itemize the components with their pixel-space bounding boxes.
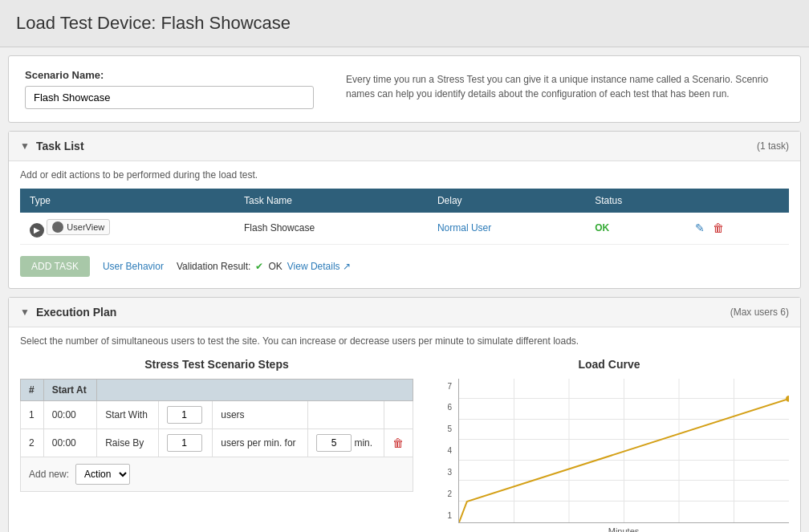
y-label: 4: [429, 446, 452, 455]
row-actions: ✎ 🗑: [685, 213, 789, 244]
delay-link[interactable]: Normal User: [437, 222, 491, 234]
expand-button[interactable]: ▶: [30, 223, 44, 238]
step-start-at: 00:00: [43, 400, 96, 428]
exec-title: Execution Plan: [36, 306, 116, 319]
step-delete-cell: 🗑: [384, 428, 413, 457]
add-new-row: Add new: Action: [20, 457, 413, 492]
exec-description: Select the number of simultaneous users …: [20, 335, 789, 347]
edit-icon[interactable]: ✎: [695, 221, 705, 234]
col-type: Type: [20, 189, 234, 213]
scenario-name-input[interactable]: [25, 86, 314, 109]
col-actions: [685, 189, 789, 213]
exec-header: ▼ Execution Plan (Max users 6): [9, 298, 800, 327]
task-table-header-row: Type Task Name Delay Status: [20, 189, 789, 213]
row-status: OK: [585, 213, 685, 244]
y-labels: 1 2 3 4 5 6 7: [429, 379, 452, 523]
x-axis-label: Minutes: [458, 526, 789, 533]
step-action: Start With: [97, 400, 159, 428]
task-list-title: Task List: [36, 140, 84, 152]
scenario-help: Every time you run a Stress Test you can…: [346, 72, 784, 101]
user-view-icon: [52, 221, 63, 233]
validation-label: Validation Result:: [177, 261, 251, 272]
task-list-meta: (1 task): [757, 140, 789, 152]
page-header: Load Test Device: Flash Showcase: [0, 0, 809, 47]
exec-chevron-icon[interactable]: ▼: [20, 307, 30, 318]
user-view-badge: UserView: [47, 219, 110, 235]
exec-meta: (Max users 6): [730, 307, 789, 318]
col-delay: Delay: [428, 189, 585, 213]
step-value-cell: [158, 428, 213, 457]
scenario-body: Scenario Name: Every time you run a Stre…: [9, 56, 800, 122]
steps-title: Stress Test Scenario Steps: [20, 358, 413, 371]
validation-status: OK: [268, 261, 282, 272]
task-list-section: ▼ Task List (1 task) Add or edit actions…: [8, 131, 801, 289]
view-details-link[interactable]: View Details ↗: [287, 261, 351, 272]
y-label: 6: [429, 403, 452, 412]
delete-icon[interactable]: 🗑: [713, 221, 724, 234]
y-label: 7: [429, 382, 452, 391]
task-description: Add or edit actions to be performed duri…: [20, 169, 789, 181]
step-value-input[interactable]: [167, 406, 202, 424]
steps-panel: Stress Test Scenario Steps # Start At 1 …: [20, 358, 413, 492]
task-list-header-left: ▼ Task List: [20, 140, 84, 152]
table-row: 1 00:00 Start With users: [21, 400, 413, 428]
task-list-header: ▼ Task List (1 task): [9, 132, 800, 161]
y-label: 2: [429, 489, 452, 498]
step-unit: users: [213, 400, 308, 428]
steps-table: # Start At 1 00:00 Start With: [20, 379, 413, 457]
svg-point-5: [786, 395, 789, 401]
col-step-detail: [97, 379, 413, 400]
step-unit: users per min. for: [213, 428, 308, 457]
chart-area: [458, 379, 789, 523]
step-value2-cell: min.: [308, 428, 384, 457]
exec-body: Select the number of simultaneous users …: [9, 327, 800, 533]
table-row: 2 00:00 Raise By users per min. for min.: [21, 428, 413, 457]
step-start-at: 00:00: [43, 428, 96, 457]
chart-svg: [459, 379, 789, 522]
scenario-left: Scenario Name:: [25, 69, 314, 109]
exec-header-left: ▼ Execution Plan: [20, 306, 116, 319]
step-delete-cell: [384, 400, 413, 428]
add-task-button[interactable]: ADD TASK: [20, 256, 90, 277]
page-title: Load Test Device: Flash Showcase: [16, 13, 793, 34]
validation-result: Validation Result: ✔ OK View Details ↗: [177, 261, 351, 272]
table-row: ▶ UserView Flash Showcase Normal User OK: [20, 213, 789, 244]
step-action: Raise By: [97, 428, 159, 457]
add-new-select[interactable]: Action: [75, 464, 130, 485]
scenario-section: Scenario Name: Every time you run a Stre…: [8, 55, 801, 123]
chart-title: Load Curve: [429, 358, 789, 371]
user-view-label: UserView: [67, 222, 104, 232]
step-num: 2: [21, 428, 44, 457]
task-list-chevron-icon[interactable]: ▼: [20, 140, 30, 152]
chart-panel: Load Curve 1 2 3 4 5 6 7: [429, 358, 789, 533]
step-spacer: [308, 400, 384, 428]
execution-plan-section: ▼ Execution Plan (Max users 6) Select th…: [8, 297, 801, 533]
col-task-name: Task Name: [234, 189, 428, 213]
col-start-at: Start At: [43, 379, 96, 400]
scenario-label: Scenario Name:: [25, 69, 314, 81]
row-delay: Normal User: [428, 213, 585, 244]
step-value-cell: [158, 400, 213, 428]
y-label: 5: [429, 424, 452, 433]
task-list-body: Add or edit actions to be performed duri…: [9, 161, 800, 288]
exec-content: Stress Test Scenario Steps # Start At 1 …: [20, 358, 789, 533]
step-delete-icon[interactable]: 🗑: [392, 437, 404, 449]
step-num: 1: [21, 400, 44, 428]
y-label: 3: [429, 468, 452, 477]
status-badge: OK: [595, 222, 609, 234]
y-label: 1: [429, 511, 452, 520]
row-type: ▶ UserView: [20, 213, 234, 244]
check-icon: ✔: [255, 261, 263, 272]
task-table: Type Task Name Delay Status ▶ UserView: [20, 189, 789, 245]
steps-header-row: # Start At: [21, 379, 413, 400]
chart-wrapper: 1 2 3 4 5 6 7: [429, 379, 789, 533]
task-footer: ADD TASK User Behavior Validation Result…: [20, 253, 789, 280]
add-new-label: Add new:: [29, 469, 69, 480]
col-num: #: [21, 379, 44, 400]
step-value2-input[interactable]: [316, 434, 352, 452]
row-task-name: Flash Showcase: [234, 213, 428, 244]
user-behavior-link[interactable]: User Behavior: [103, 261, 164, 272]
step-value-input[interactable]: [167, 434, 202, 452]
col-status: Status: [585, 189, 685, 213]
